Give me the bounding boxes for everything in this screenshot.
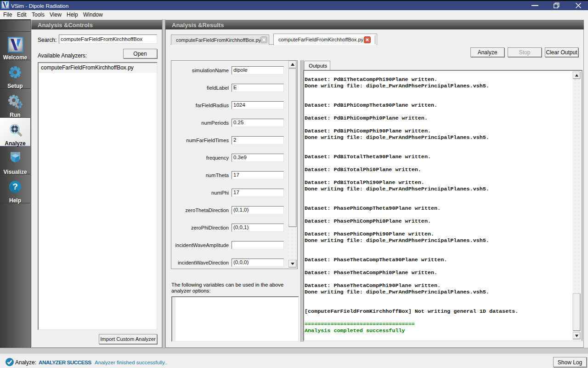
- svg-text:?: ?: [12, 182, 18, 191]
